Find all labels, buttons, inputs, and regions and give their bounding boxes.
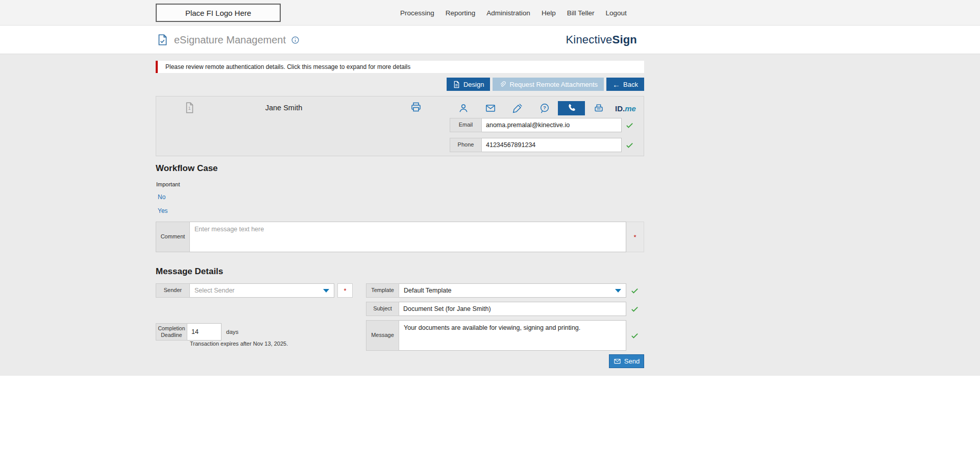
subject-input[interactable] xyxy=(399,302,626,316)
workflow-option-no[interactable]: No xyxy=(158,193,165,201)
chevron-down-icon xyxy=(615,289,621,293)
sender-required-marker: * xyxy=(337,283,353,298)
expiry-note: Transaction expires after Nov 13, 2025. xyxy=(190,341,288,347)
workflow-case-heading: Workflow Case xyxy=(156,163,218,174)
page: Place FI Logo Here Processing Reporting … xyxy=(0,0,980,460)
back-button-label: Back xyxy=(623,81,638,88)
template-valid-check-icon xyxy=(626,283,643,298)
action-toolbar: Design Request Remote Attachments ← Back xyxy=(156,78,644,91)
design-button[interactable]: Design xyxy=(447,78,490,91)
recipient-name: Jane Smith xyxy=(240,104,327,112)
nav-processing[interactable]: Processing xyxy=(400,9,434,17)
comment-label: Comment xyxy=(156,222,190,252)
brand-logo: Kinective Sign xyxy=(566,26,637,54)
document-signature-icon xyxy=(156,33,169,46)
workflow-option-yes[interactable]: Yes xyxy=(158,207,168,214)
kiosk-icon[interactable] xyxy=(585,101,612,115)
message-label: Message xyxy=(366,320,399,351)
phone-label: Phone xyxy=(450,138,482,152)
app-title: eSignature Management xyxy=(156,26,300,54)
email-delivery-icon[interactable] xyxy=(477,101,504,115)
sender-field-row: Sender Select Sender * xyxy=(156,283,353,298)
email-input[interactable] xyxy=(482,118,621,132)
completion-deadline-row: Completion Deadline days xyxy=(156,323,238,341)
back-button[interactable]: ← Back xyxy=(606,78,644,91)
remote-signature-pen-icon[interactable] xyxy=(504,101,531,115)
delivery-method-row: ? ID.me xyxy=(450,101,639,115)
phone-auth-icon[interactable] xyxy=(558,101,585,115)
sub-header: eSignature Management Kinective Sign xyxy=(0,26,980,54)
message-details-heading: Message Details xyxy=(156,267,223,277)
email-field-row: Email xyxy=(450,118,638,132)
svg-text:1: 1 xyxy=(188,106,191,111)
authentication-alert-banner[interactable]: Please review remote authentication deta… xyxy=(156,61,644,73)
design-button-label: Design xyxy=(463,81,484,88)
request-button-label: Request Remote Attachments xyxy=(509,81,598,88)
brand-product: Sign xyxy=(612,33,637,46)
nav-reporting[interactable]: Reporting xyxy=(446,9,476,17)
sender-label: Sender xyxy=(156,283,190,298)
workflow-question-label: Important xyxy=(156,181,180,187)
request-remote-attachments-button[interactable]: Request Remote Attachments xyxy=(493,78,604,91)
top-nav: Processing Reporting Administration Help… xyxy=(400,0,627,26)
kba-question-icon[interactable]: ? xyxy=(531,101,558,115)
send-button[interactable]: Send xyxy=(609,354,644,368)
email-valid-check-icon xyxy=(622,118,638,132)
comment-textarea[interactable] xyxy=(190,222,626,252)
nav-logout[interactable]: Logout xyxy=(605,9,626,17)
printer-icon[interactable] xyxy=(410,101,422,113)
template-field-row: Template Default Template xyxy=(366,283,643,298)
send-envelope-icon xyxy=(614,357,621,365)
subject-label: Subject xyxy=(366,302,399,316)
subject-field-row: Subject xyxy=(366,302,643,316)
phone-valid-check-icon xyxy=(622,138,638,152)
sender-select[interactable]: Select Sender xyxy=(190,283,334,298)
nav-administration[interactable]: Administration xyxy=(486,9,530,17)
completion-deadline-unit: days xyxy=(226,323,238,341)
idme-id-text: ID. xyxy=(615,104,625,113)
top-bar: Place FI Logo Here Processing Reporting … xyxy=(0,0,980,26)
message-textarea[interactable]: Your documents are available for viewing… xyxy=(399,321,626,350)
nav-user-bill-teller[interactable]: Bill Teller xyxy=(567,9,595,17)
idme-logo[interactable]: ID.me xyxy=(612,101,639,115)
recipient-card: 1 Jane Smith xyxy=(156,96,644,156)
comment-required-marker: * xyxy=(626,222,644,252)
comment-field-row: Comment * xyxy=(156,222,644,252)
completion-deadline-input[interactable] xyxy=(187,324,221,340)
chevron-down-icon xyxy=(323,289,329,293)
in-person-icon[interactable] xyxy=(450,101,477,115)
send-button-label: Send xyxy=(624,357,640,365)
sender-select-placeholder: Select Sender xyxy=(194,287,235,294)
message-field-row: Message Your documents are available for… xyxy=(366,320,643,351)
email-label: Email xyxy=(450,118,482,132)
template-select-value: Default Template xyxy=(404,287,452,294)
svg-text:?: ? xyxy=(543,105,546,110)
brand-name: Kinective xyxy=(566,33,612,46)
completion-deadline-label: Completion Deadline xyxy=(156,323,187,341)
paperclip-icon xyxy=(499,81,506,88)
design-document-icon xyxy=(453,81,460,88)
info-icon[interactable] xyxy=(291,36,300,44)
template-label: Template xyxy=(366,283,399,298)
message-valid-check-icon xyxy=(626,320,643,351)
subject-valid-check-icon xyxy=(626,302,643,316)
fi-logo-placeholder: Place FI Logo Here xyxy=(156,4,281,22)
phone-input[interactable] xyxy=(482,138,621,152)
document-page-icon: 1 xyxy=(183,101,196,114)
nav-help[interactable]: Help xyxy=(542,9,556,17)
idme-me-text: me xyxy=(625,104,636,113)
phone-field-row: Phone xyxy=(450,138,638,152)
back-arrow-icon: ← xyxy=(612,81,620,88)
template-select[interactable]: Default Template xyxy=(399,283,626,298)
page-title: eSignature Management xyxy=(174,34,286,46)
